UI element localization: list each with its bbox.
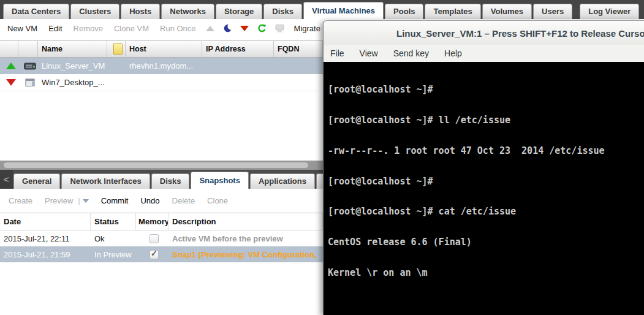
tab-disks[interactable]: Disks [263, 4, 302, 19]
snapshot-description: Active VM before the preview [169, 234, 323, 243]
vm-row-win7-desktop[interactable]: Win7_Desktop_... [0, 74, 323, 91]
tab-volumes[interactable]: Volumes [482, 4, 532, 19]
menu-view[interactable]: View [360, 48, 378, 58]
terminal-line: [root@localhost ~]# cat /etc/issue [328, 207, 644, 217]
detail-tabbar: < General Network Interfaces Disks Snaps… [0, 170, 323, 189]
console-window: Linux_Server_VM:1 – Press SHIFT+F12 to R… [323, 20, 644, 315]
console-window-title: Linux_Server_VM:1 – Press SHIFT+F12 to R… [324, 21, 644, 46]
host-column-header[interactable]: Host [126, 41, 202, 57]
tab-data-centers[interactable]: Data Centers [3, 4, 69, 19]
tab-log-viewer[interactable]: Log Viewer [580, 4, 639, 19]
tab-hosts[interactable]: Hosts [121, 4, 160, 19]
vm-row-linux-server[interactable]: Linux_Server_VM rhevhn1.mydom... [0, 58, 323, 74]
tab-applications[interactable]: Applications [250, 173, 315, 189]
tab-pools[interactable]: Pools [385, 4, 423, 19]
create-snapshot-button: Create [9, 196, 32, 205]
scrollbar-thumb[interactable] [4, 162, 308, 168]
terminal-line: -rw-r--r--. 1 root root 47 Oct 23 2014 /… [328, 146, 644, 156]
date-column-header[interactable]: Date [0, 213, 91, 230]
name-column-header[interactable]: Name [38, 41, 107, 57]
tab-snapshots[interactable]: Snapshots [191, 172, 248, 189]
tab-general[interactable]: General [13, 173, 60, 189]
undo-snapshot-button[interactable]: Undo [140, 196, 159, 205]
console-icon [275, 24, 284, 32]
note-column-header [107, 41, 126, 57]
reboot-icon[interactable] [257, 24, 267, 33]
note-icon [113, 44, 123, 55]
vm-grid: Name Host IP Address FQDN Linux_Server_V… [0, 40, 323, 91]
terminal[interactable]: [root@localhost ~]# [root@localhost ~]# … [324, 62, 644, 315]
type-column-header [18, 41, 38, 57]
commit-snapshot-button[interactable]: Commit [101, 196, 129, 205]
suspend-moon-icon[interactable] [223, 24, 232, 32]
horizontal-scrollbar[interactable] [0, 161, 323, 170]
status-column-header [0, 41, 18, 57]
console-titlebar[interactable]: Linux_Server_VM:1 – Press SHIFT+F12 to R… [324, 21, 644, 45]
tab-scroll-left-button[interactable]: < [0, 170, 13, 189]
snapshot-toolbar: Create Preview | Commit Undo Delete Clon… [0, 189, 323, 213]
terminal-line [328, 298, 644, 309]
vm-status-down-icon [0, 79, 18, 86]
menu-send-key[interactable]: Send key [393, 48, 429, 58]
snapshot-status: In Preview [91, 250, 136, 259]
snapshot-row-active-vm[interactable]: 2015-Jul-21, 22:11 Ok Active VM before t… [0, 230, 323, 246]
snapshot-date: 2015-Jul-21, 21:59 [0, 250, 91, 259]
vm-host: rhevhn1.mydom... [126, 61, 202, 70]
run-once-button: Run Once [160, 24, 196, 33]
preview-label: Preview [45, 196, 73, 205]
tab-users[interactable]: Users [533, 4, 572, 19]
remove-button: Remove [74, 24, 103, 33]
desktop-vm-icon [18, 78, 38, 87]
tab-virtual-machines[interactable]: Virtual Machines [303, 2, 384, 19]
delete-snapshot-button: Delete [172, 196, 195, 205]
console-menubar: File View Send key Help [324, 45, 644, 62]
ip-column-header[interactable]: IP Address [202, 41, 274, 57]
fqdn-column-header[interactable]: FQDN [274, 41, 323, 57]
status-column-header[interactable]: Status [91, 213, 136, 230]
chevron-down-icon [83, 199, 89, 203]
tab-storage[interactable]: Storage [216, 4, 262, 19]
tab-disks-sub[interactable]: Disks [151, 173, 190, 189]
snapshot-date: 2015-Jul-21, 22:11 [0, 234, 91, 243]
shutdown-icon[interactable] [240, 26, 249, 31]
memory-column-header[interactable]: Memory [136, 213, 169, 230]
terminal-line: Kernel \r on an \m [328, 268, 644, 278]
snapshot-row-snap1[interactable]: 2015-Jul-21, 21:59 In Preview Snap1 (Pre… [0, 246, 323, 262]
snapshot-description: Snap1 (Previewing: VM Configuration, [169, 250, 323, 259]
vm-grid-header: Name Host IP Address FQDN [0, 40, 323, 58]
menu-help[interactable]: Help [444, 48, 462, 58]
vm-toolbar: New VM Edit Remove Clone VM Run Once Mig… [0, 19, 323, 37]
tab-networks[interactable]: Networks [161, 4, 214, 19]
memory-checkbox-checked[interactable] [150, 250, 159, 259]
vm-name: Win7_Desktop_... [38, 78, 107, 87]
clone-snapshot-button: Clone [207, 196, 228, 205]
main-tabbar: Data Centers Clusters Hosts Networks Sto… [0, 0, 644, 19]
description-column-header[interactable]: Description [169, 213, 323, 230]
snapshot-grid: Date Status Memory Description 2015-Jul-… [0, 213, 323, 262]
run-up-icon [206, 26, 214, 31]
new-vm-button[interactable]: New VM [7, 24, 37, 33]
server-vm-icon [18, 62, 38, 70]
migrate-button[interactable]: Migrate [294, 24, 320, 33]
terminal-line: [root@localhost ~]# [328, 176, 644, 187]
tab-network-interfaces[interactable]: Network Interfaces [61, 173, 150, 189]
menu-file[interactable]: File [330, 48, 344, 58]
snapshot-status: Ok [91, 234, 136, 243]
preview-snapshot-button: Preview | [45, 196, 89, 205]
vm-status-up-icon [0, 63, 18, 69]
tab-templates[interactable]: Templates [425, 4, 480, 19]
vm-name: Linux_Server_VM [38, 61, 107, 70]
snapshot-grid-header: Date Status Memory Description [0, 213, 323, 230]
clone-vm-button: Clone VM [114, 24, 149, 33]
terminal-line: [root@localhost ~]# ll /etc/issue [328, 115, 644, 126]
edit-button[interactable]: Edit [48, 24, 62, 33]
terminal-line: [root@localhost ~]# [328, 85, 644, 95]
memory-checkbox-unchecked[interactable] [150, 234, 159, 243]
rhev-webadmin-screen: Data Centers Clusters Hosts Networks Sto… [0, 0, 644, 315]
terminal-line: CentOS release 6.6 (Final) [328, 237, 644, 248]
tab-clusters[interactable]: Clusters [70, 4, 119, 19]
